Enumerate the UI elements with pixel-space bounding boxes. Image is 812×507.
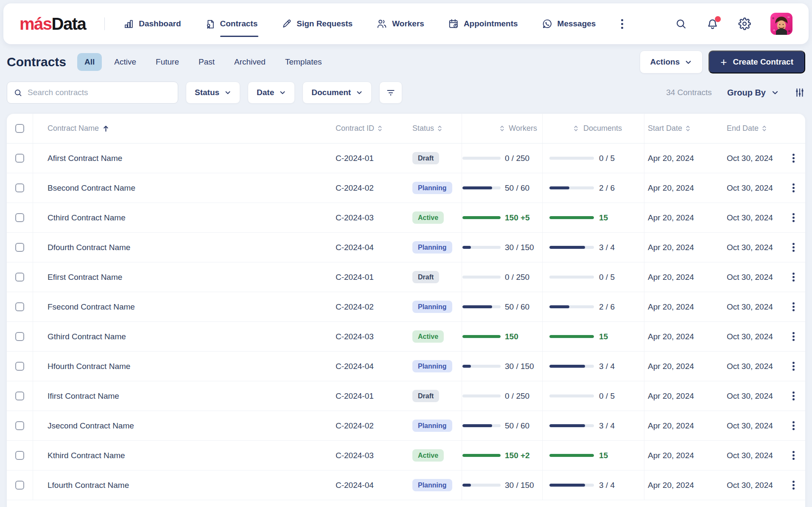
col-header-documents[interactable]: Documents xyxy=(542,114,644,143)
tab-future[interactable]: Future xyxy=(148,53,186,71)
table-row[interactable]: Lfourth Contract Name C-2024-04 Planning… xyxy=(7,470,805,500)
contract-name: Bsecond Contract Name xyxy=(48,183,135,193)
row-checkbox[interactable] xyxy=(15,451,24,460)
search-contracts-box[interactable] xyxy=(7,82,178,104)
nav-overflow-menu-icon[interactable] xyxy=(619,17,626,31)
plus-icon: + xyxy=(720,56,727,68)
table-row[interactable]: Cthird Contract Name C-2024-03 Active 15… xyxy=(7,203,805,233)
table-row[interactable]: Gthird Contract Name C-2024-03 Active 15… xyxy=(7,322,805,352)
group-by-dropdown[interactable]: Group By xyxy=(727,88,779,98)
advanced-filter-button[interactable] xyxy=(379,82,402,104)
contracts-table: Contract Name Contract ID Status Workers… xyxy=(7,114,805,507)
col-header-start-date[interactable]: Start Date xyxy=(644,114,727,143)
documents-cell: 2 / 6 xyxy=(542,292,644,321)
row-menu-icon[interactable] xyxy=(789,477,798,493)
row-checkbox[interactable] xyxy=(15,362,24,371)
status-filter-dropdown[interactable]: Status xyxy=(186,82,240,104)
end-date: Oct 30, 2024 xyxy=(727,392,773,401)
row-menu-icon[interactable] xyxy=(789,418,798,434)
nav-item-sign-requests[interactable]: Sign Requests xyxy=(281,14,353,34)
row-menu-icon[interactable] xyxy=(789,239,798,255)
actions-button[interactable]: Actions xyxy=(640,51,703,73)
sign-requests-icon xyxy=(281,19,292,29)
row-checkbox[interactable] xyxy=(15,332,24,341)
documents-value: 2 / 6 xyxy=(599,183,615,192)
row-menu-icon[interactable] xyxy=(789,329,798,344)
document-filter-dropdown[interactable]: Document xyxy=(302,82,372,104)
row-menu-icon[interactable] xyxy=(789,150,798,166)
row-checkbox[interactable] xyxy=(15,154,24,163)
nav-item-contracts[interactable]: Contracts xyxy=(205,14,258,34)
workers-cell: 30 / 150 xyxy=(462,470,542,500)
row-menu-icon[interactable] xyxy=(789,448,798,463)
user-avatar[interactable] xyxy=(770,13,792,35)
row-menu-icon[interactable] xyxy=(789,388,798,404)
table-row[interactable]: Dfourth Contract Name C-2024-04 Planning… xyxy=(7,233,805,262)
workers-progress-bar xyxy=(462,276,501,279)
tab-active[interactable]: Active xyxy=(107,53,143,71)
brand-logo[interactable]: másData xyxy=(20,14,86,34)
table-row[interactable]: Kthird Contract Name C-2024-03 Active 15… xyxy=(7,441,805,470)
tab-archived[interactable]: Archived xyxy=(227,53,273,71)
workers-cell: 50 / 60 xyxy=(462,411,542,440)
tab-all[interactable]: All xyxy=(77,53,102,71)
nav-item-appointments[interactable]: Appointments xyxy=(448,14,518,34)
table-row[interactable]: Efirst Contract Name C-2024-01 Draft 0 /… xyxy=(7,262,805,292)
documents-progress-bar xyxy=(549,394,594,397)
settings-gear-icon[interactable] xyxy=(738,17,751,30)
start-date: Apr 20, 2024 xyxy=(648,481,694,490)
chevron-down-icon xyxy=(356,89,363,96)
col-header-workers[interactable]: Workers xyxy=(462,114,542,143)
tab-past[interactable]: Past xyxy=(191,53,222,71)
group-by-label: Group By xyxy=(727,88,766,98)
row-checkbox[interactable] xyxy=(15,273,24,282)
notifications-bell-icon[interactable] xyxy=(706,18,719,30)
workers-value: 50 / 60 xyxy=(505,421,529,430)
documents-progress-bar xyxy=(549,424,594,427)
row-menu-icon[interactable] xyxy=(789,358,798,374)
col-header-contract-name[interactable]: Contract Name xyxy=(33,114,322,143)
workers-value: 0 / 250 xyxy=(505,392,529,400)
tab-templates[interactable]: Templates xyxy=(278,53,329,71)
documents-progress-bar xyxy=(549,276,594,279)
workers-cell: 30 / 150 xyxy=(462,352,542,381)
col-header-status[interactable]: Status xyxy=(398,114,462,143)
row-checkbox[interactable] xyxy=(15,213,24,222)
row-checkbox[interactable] xyxy=(15,392,24,400)
row-checkbox[interactable] xyxy=(15,302,24,311)
row-checkbox[interactable] xyxy=(15,421,24,430)
nav-item-workers[interactable]: Workers xyxy=(376,14,424,34)
nav-item-messages[interactable]: Messages xyxy=(542,14,596,34)
search-icon[interactable] xyxy=(675,18,687,30)
row-checkbox[interactable] xyxy=(15,243,24,252)
brand-logo-red: más xyxy=(20,14,52,33)
search-contracts-input[interactable] xyxy=(28,88,171,97)
row-menu-icon[interactable] xyxy=(789,269,798,285)
workers-progress-bar xyxy=(462,186,501,189)
table-row[interactable]: Ifirst Contract Name C-2024-01 Draft 0 /… xyxy=(7,381,805,411)
table-row[interactable]: Bsecond Contract Name C-2024-02 Planning… xyxy=(7,173,805,203)
table-row[interactable]: Afirst Contract Name C-2024-01 Draft 0 /… xyxy=(7,144,805,173)
list-meta: 34 Contracts Group By xyxy=(666,87,805,98)
column-settings-sliders-icon[interactable] xyxy=(794,87,805,98)
create-contract-button[interactable]: + Create Contract xyxy=(708,51,805,73)
contract-id: C-2024-01 xyxy=(336,154,374,163)
table-row[interactable]: Fsecond Contract Name C-2024-02 Planning… xyxy=(7,292,805,322)
date-filter-dropdown[interactable]: Date xyxy=(248,82,295,104)
documents-cell: 3 / 4 xyxy=(542,470,644,500)
col-header-contract-id[interactable]: Contract ID xyxy=(322,114,398,143)
workers-progress-bar xyxy=(462,335,501,338)
row-menu-icon[interactable] xyxy=(789,210,798,225)
col-header-end-date[interactable]: End Date xyxy=(727,114,782,143)
row-menu-icon[interactable] xyxy=(789,180,798,196)
row-menu-icon[interactable] xyxy=(789,299,798,315)
row-checkbox[interactable] xyxy=(15,481,24,490)
select-all-checkbox[interactable] xyxy=(15,124,24,133)
nav-item-dashboard[interactable]: Dashboard xyxy=(123,14,181,34)
end-date: Oct 30, 2024 xyxy=(727,481,773,490)
table-row[interactable]: Jsecond Contract Name C-2024-02 Planning… xyxy=(7,411,805,441)
table-row[interactable]: Hfourth Contract Name C-2024-04 Planning… xyxy=(7,352,805,381)
documents-value: 3 / 4 xyxy=(599,481,615,490)
contract-name: Hfourth Contract Name xyxy=(48,362,130,371)
row-checkbox[interactable] xyxy=(15,183,24,192)
